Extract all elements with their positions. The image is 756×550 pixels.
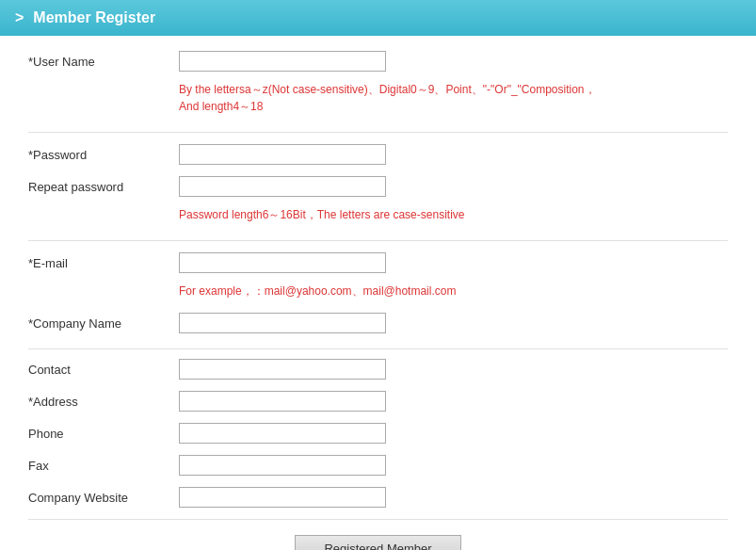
phone-input[interactable] [179,423,386,444]
email-section: *E-mail For example，：mail@yahoo.com、mail… [28,241,728,349]
details-section: Contact *Address Phone Fax Company Websi… [28,349,728,520]
form-container: *User Name By the lettersa～z(Not case-se… [0,36,756,550]
email-hint: For example，：mail@yahoo.com、mail@hotmail… [179,283,456,299]
fax-row: Fax [28,449,728,481]
header-title: Member Register [33,9,155,26]
company-name-label: *Company Name [28,316,179,331]
address-input[interactable] [179,391,386,412]
contact-label: Contact [28,363,179,377]
repeat-password-row: Repeat password [28,170,728,202]
username-hint: By the lettersa～z(Not case-sensitive)、Di… [179,81,596,115]
phone-row: Phone [28,417,728,449]
repeat-password-label: Repeat password [28,180,179,194]
username-label: *User Name [28,55,179,69]
company-website-label: Company Website [28,491,179,505]
email-input[interactable] [179,252,386,273]
email-label: *E-mail [28,256,179,270]
password-hint-row: Password length6～16Bit，The letters are c… [28,202,728,231]
button-row: Registered Member [28,520,728,550]
address-row: *Address [28,385,728,417]
username-input[interactable] [179,51,386,72]
username-row: *User Name [28,45,728,77]
password-label: *Password [28,148,179,162]
company-website-row: Company Website [28,481,728,513]
fax-input[interactable] [179,455,386,476]
password-row: *Password [28,138,728,170]
username-section: *User Name By the lettersa～z(Not case-se… [28,45,728,133]
password-section: *Password Repeat password Password lengt… [28,133,728,241]
contact-row: Contact [28,353,728,385]
company-website-input[interactable] [179,487,386,508]
contact-input[interactable] [179,359,386,380]
phone-label: Phone [28,427,179,441]
username-hint-row: By the lettersa～z(Not case-sensitive)、Di… [28,77,728,122]
register-button[interactable]: Registered Member [295,535,460,550]
email-row: *E-mail [28,247,728,279]
address-label: *Address [28,395,179,409]
company-name-row: *Company Name [28,307,728,339]
password-input[interactable] [179,144,386,165]
email-hint-row: For example，：mail@yahoo.com、mail@hotmail… [28,279,728,307]
header-arrow: > [15,9,24,26]
repeat-password-input[interactable] [179,176,386,197]
fax-label: Fax [28,459,179,473]
header: > Member Register [0,0,756,36]
company-name-input[interactable] [179,313,386,333]
password-hint: Password length6～16Bit，The letters are c… [179,206,464,223]
